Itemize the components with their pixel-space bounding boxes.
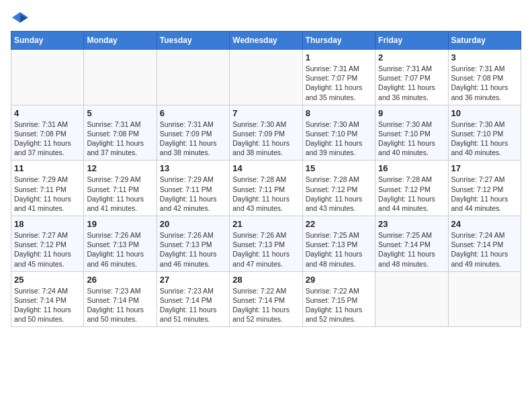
- cell-info: Sunrise: 7:30 AM Sunset: 7:10 PM Dayligh…: [306, 120, 372, 158]
- calendar-cell: 5Sunrise: 7:31 AM Sunset: 7:08 PM Daylig…: [84, 105, 157, 161]
- logo: [11, 11, 32, 26]
- cell-info: Sunrise: 7:23 AM Sunset: 7:14 PM Dayligh…: [160, 286, 226, 324]
- cell-date: 20: [160, 219, 226, 229]
- cell-info: Sunrise: 7:29 AM Sunset: 7:11 PM Dayligh…: [160, 175, 226, 213]
- cell-info: Sunrise: 7:29 AM Sunset: 7:11 PM Dayligh…: [87, 175, 153, 213]
- cell-date: 17: [451, 163, 518, 173]
- cell-date: 24: [451, 219, 518, 229]
- cell-date: 15: [306, 163, 372, 173]
- cell-date: 6: [160, 108, 226, 118]
- cell-info: Sunrise: 7:27 AM Sunset: 7:12 PM Dayligh…: [451, 175, 518, 213]
- calendar-body: 1Sunrise: 7:31 AM Sunset: 7:07 PM Daylig…: [11, 50, 521, 327]
- cell-date: 26: [87, 275, 153, 285]
- cell-date: 4: [14, 108, 81, 118]
- calendar-cell: 15Sunrise: 7:28 AM Sunset: 7:12 PM Dayli…: [302, 161, 375, 216]
- cell-date: 23: [378, 219, 445, 229]
- calendar-cell: 19Sunrise: 7:26 AM Sunset: 7:13 PM Dayli…: [84, 216, 157, 272]
- cell-info: Sunrise: 7:28 AM Sunset: 7:12 PM Dayligh…: [306, 175, 372, 213]
- calendar-header: SundayMondayTuesdayWednesdayThursdayFrid…: [11, 32, 521, 50]
- calendar-cell: 27Sunrise: 7:23 AM Sunset: 7:14 PM Dayli…: [157, 271, 229, 327]
- cell-date: 11: [14, 163, 81, 173]
- cell-info: Sunrise: 7:25 AM Sunset: 7:13 PM Dayligh…: [306, 230, 372, 269]
- cell-info: Sunrise: 7:31 AM Sunset: 7:08 PM Dayligh…: [14, 120, 81, 158]
- cell-info: Sunrise: 7:23 AM Sunset: 7:14 PM Dayligh…: [87, 286, 153, 324]
- calendar-table: SundayMondayTuesdayWednesdayThursdayFrid…: [11, 31, 521, 327]
- day-header-tuesday: Tuesday: [157, 32, 229, 50]
- cell-date: 2: [378, 52, 445, 62]
- cell-date: 12: [87, 163, 153, 173]
- logo-icon: [11, 11, 30, 26]
- cell-info: Sunrise: 7:30 AM Sunset: 7:10 PM Dayligh…: [378, 120, 445, 158]
- day-header-monday: Monday: [84, 32, 157, 50]
- cell-info: Sunrise: 7:30 AM Sunset: 7:10 PM Dayligh…: [451, 120, 518, 158]
- cell-date: 18: [14, 219, 81, 229]
- calendar-cell: [375, 271, 448, 327]
- cell-info: Sunrise: 7:24 AM Sunset: 7:14 PM Dayligh…: [451, 230, 518, 269]
- cell-info: Sunrise: 7:28 AM Sunset: 7:11 PM Dayligh…: [232, 175, 299, 213]
- cell-info: Sunrise: 7:31 AM Sunset: 7:08 PM Dayligh…: [87, 120, 153, 158]
- calendar-cell: 9Sunrise: 7:30 AM Sunset: 7:10 PM Daylig…: [375, 105, 448, 161]
- cell-info: Sunrise: 7:30 AM Sunset: 7:09 PM Dayligh…: [232, 120, 299, 158]
- cell-info: Sunrise: 7:24 AM Sunset: 7:14 PM Dayligh…: [14, 286, 81, 324]
- cell-date: 1: [306, 52, 372, 62]
- calendar-cell: 25Sunrise: 7:24 AM Sunset: 7:14 PM Dayli…: [11, 271, 84, 327]
- cell-date: 13: [160, 163, 226, 173]
- day-header-friday: Friday: [375, 32, 448, 50]
- calendar-cell: [230, 50, 302, 105]
- calendar-cell: 12Sunrise: 7:29 AM Sunset: 7:11 PM Dayli…: [84, 161, 157, 216]
- calendar-cell: 7Sunrise: 7:30 AM Sunset: 7:09 PM Daylig…: [230, 105, 302, 161]
- cell-info: Sunrise: 7:22 AM Sunset: 7:14 PM Dayligh…: [232, 286, 299, 324]
- cell-info: Sunrise: 7:31 AM Sunset: 7:08 PM Dayligh…: [451, 64, 518, 102]
- calendar-cell: 23Sunrise: 7:25 AM Sunset: 7:14 PM Dayli…: [375, 216, 448, 272]
- calendar-cell: 17Sunrise: 7:27 AM Sunset: 7:12 PM Dayli…: [448, 161, 521, 216]
- cell-info: Sunrise: 7:26 AM Sunset: 7:13 PM Dayligh…: [87, 230, 153, 269]
- calendar-week-4: 18Sunrise: 7:27 AM Sunset: 7:12 PM Dayli…: [11, 216, 521, 272]
- cell-date: 29: [306, 275, 372, 285]
- cell-info: Sunrise: 7:29 AM Sunset: 7:11 PM Dayligh…: [14, 175, 81, 213]
- calendar-cell: 21Sunrise: 7:26 AM Sunset: 7:13 PM Dayli…: [230, 216, 302, 272]
- cell-date: 27: [160, 275, 226, 285]
- calendar-cell: 29Sunrise: 7:22 AM Sunset: 7:15 PM Dayli…: [302, 271, 375, 327]
- calendar-cell: 20Sunrise: 7:26 AM Sunset: 7:13 PM Dayli…: [157, 216, 229, 272]
- cell-info: Sunrise: 7:26 AM Sunset: 7:13 PM Dayligh…: [232, 230, 299, 269]
- cell-date: 25: [14, 275, 81, 285]
- day-header-sunday: Sunday: [11, 32, 84, 50]
- calendar-cell: 8Sunrise: 7:30 AM Sunset: 7:10 PM Daylig…: [302, 105, 375, 161]
- cell-date: 22: [306, 219, 372, 229]
- calendar-cell: 28Sunrise: 7:22 AM Sunset: 7:14 PM Dayli…: [230, 271, 302, 327]
- calendar-cell: 18Sunrise: 7:27 AM Sunset: 7:12 PM Dayli…: [11, 216, 84, 272]
- calendar-week-5: 25Sunrise: 7:24 AM Sunset: 7:14 PM Dayli…: [11, 271, 521, 327]
- cell-date: 9: [378, 108, 445, 118]
- cell-date: 8: [306, 108, 372, 118]
- day-header-saturday: Saturday: [448, 32, 521, 50]
- cell-info: Sunrise: 7:31 AM Sunset: 7:07 PM Dayligh…: [306, 64, 372, 102]
- calendar-cell: 22Sunrise: 7:25 AM Sunset: 7:13 PM Dayli…: [302, 216, 375, 272]
- cell-info: Sunrise: 7:28 AM Sunset: 7:12 PM Dayligh…: [378, 175, 445, 213]
- calendar-cell: 4Sunrise: 7:31 AM Sunset: 7:08 PM Daylig…: [11, 105, 84, 161]
- calendar-cell: 14Sunrise: 7:28 AM Sunset: 7:11 PM Dayli…: [230, 161, 302, 216]
- calendar-cell: [448, 271, 521, 327]
- calendar-cell: 6Sunrise: 7:31 AM Sunset: 7:09 PM Daylig…: [157, 105, 229, 161]
- calendar-cell: [84, 50, 157, 105]
- calendar-cell: 1Sunrise: 7:31 AM Sunset: 7:07 PM Daylig…: [302, 50, 375, 105]
- cell-info: Sunrise: 7:25 AM Sunset: 7:14 PM Dayligh…: [378, 230, 445, 269]
- day-header-wednesday: Wednesday: [230, 32, 302, 50]
- calendar-cell: 2Sunrise: 7:31 AM Sunset: 7:07 PM Daylig…: [375, 50, 448, 105]
- calendar-cell: [157, 50, 229, 105]
- calendar-week-1: 1Sunrise: 7:31 AM Sunset: 7:07 PM Daylig…: [11, 50, 521, 105]
- cell-date: 5: [87, 108, 153, 118]
- calendar-cell: 16Sunrise: 7:28 AM Sunset: 7:12 PM Dayli…: [375, 161, 448, 216]
- calendar-cell: 3Sunrise: 7:31 AM Sunset: 7:08 PM Daylig…: [448, 50, 521, 105]
- cell-info: Sunrise: 7:22 AM Sunset: 7:15 PM Dayligh…: [306, 286, 372, 324]
- cell-date: 7: [232, 108, 299, 118]
- day-header-row: SundayMondayTuesdayWednesdayThursdayFrid…: [11, 32, 521, 50]
- calendar-cell: 10Sunrise: 7:30 AM Sunset: 7:10 PM Dayli…: [448, 105, 521, 161]
- calendar-cell: 26Sunrise: 7:23 AM Sunset: 7:14 PM Dayli…: [84, 271, 157, 327]
- cell-info: Sunrise: 7:31 AM Sunset: 7:07 PM Dayligh…: [378, 64, 445, 102]
- cell-date: 28: [232, 275, 299, 285]
- calendar-cell: 13Sunrise: 7:29 AM Sunset: 7:11 PM Dayli…: [157, 161, 229, 216]
- calendar-week-3: 11Sunrise: 7:29 AM Sunset: 7:11 PM Dayli…: [11, 161, 521, 216]
- cell-date: 3: [451, 52, 518, 62]
- cell-info: Sunrise: 7:27 AM Sunset: 7:12 PM Dayligh…: [14, 230, 81, 269]
- cell-info: Sunrise: 7:31 AM Sunset: 7:09 PM Dayligh…: [160, 120, 226, 158]
